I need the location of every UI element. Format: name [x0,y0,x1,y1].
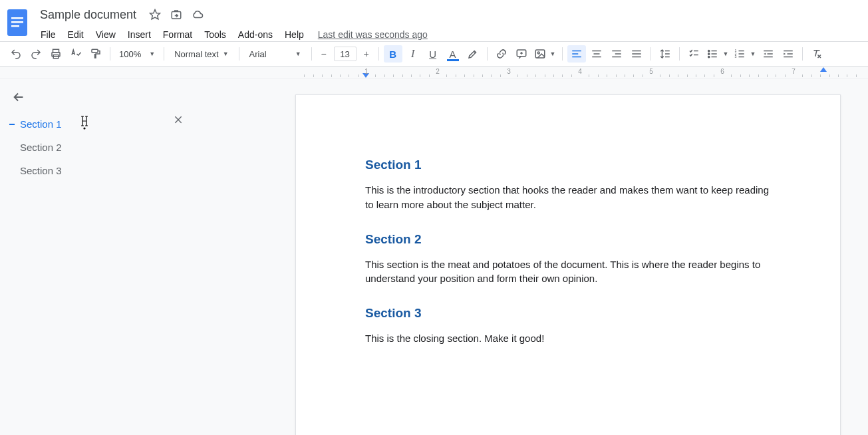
section-heading[interactable]: Section 2 [365,232,771,247]
paragraph-style-dropdown[interactable]: Normal text▼ [169,45,233,63]
section-body[interactable]: This section is the meat and potatoes of… [365,257,771,287]
ruler-tick [464,74,465,77]
style-value: Normal text [174,49,218,59]
increase-indent-button[interactable] [779,45,797,63]
clear-formatting-button[interactable] [807,45,826,63]
align-left-button[interactable] [567,45,586,63]
redo-button[interactable] [27,45,45,63]
font-size-increase[interactable]: + [359,47,374,61]
ruler-tick [678,74,678,77]
bold-button[interactable]: B [384,45,402,63]
font-dropdown[interactable]: Arial▼ [244,45,307,63]
indent-marker-right[interactable] [820,67,827,72]
menu-tools[interactable]: Tools [200,27,231,43]
decrease-indent-button[interactable] [759,45,778,63]
move-icon[interactable] [170,8,183,21]
ruler-tick [500,74,501,77]
print-button[interactable] [47,45,65,63]
undo-button[interactable] [7,45,25,63]
ruler-tick [785,74,786,77]
outline-active-indicator [9,147,15,148]
page[interactable]: Section 1This is the introductory sectio… [295,94,841,435]
bulleted-list-button[interactable]: ▼ [704,45,730,63]
checklist-button[interactable] [684,45,703,63]
ruler-tick [313,74,314,77]
chevron-down-icon: ▼ [149,51,155,57]
separator [239,47,239,61]
ruler-tick [829,74,830,77]
document-title[interactable]: Sample document [36,7,140,23]
ruler-tick [527,74,527,77]
text-color-button[interactable]: A [444,45,462,63]
align-center-button[interactable] [587,45,606,63]
ruler-tick [811,74,812,77]
separator [802,47,803,61]
ruler-tick [474,74,474,77]
separator [487,47,488,61]
outline-item[interactable]: Section 1 [9,116,192,132]
ruler-tick [553,74,554,77]
ruler-tick [802,74,803,77]
outline-item-label: Section 2 [20,142,62,153]
section-heading[interactable]: Section 3 [365,306,771,321]
ruler-tick [429,74,430,77]
align-right-button[interactable] [607,45,626,63]
menu-addons[interactable]: Add-ons [233,27,277,43]
ruler-tick [696,74,696,77]
font-size-control: − + [317,47,374,61]
highlight-button[interactable] [464,45,482,63]
svg-rect-2 [11,21,23,23]
section-heading[interactable]: Section 1 [365,158,771,172]
last-edit-link[interactable]: Last edit was seconds ago [318,27,428,43]
chevron-down-icon: ▼ [750,51,756,57]
outline-item[interactable]: Section 3 [9,162,192,179]
ruler-tick [535,74,536,77]
font-value: Arial [249,49,267,59]
ruler-tick [349,74,349,77]
outline-panel: Section 1Section 2Section 3 [0,78,200,435]
underline-button[interactable]: U [424,45,442,63]
title-bar: Sample document File Edit View Insert Fo… [0,0,868,41]
insert-image-button[interactable]: ▼ [532,45,558,63]
italic-button[interactable]: I [404,45,422,63]
menu-format[interactable]: Format [158,27,197,43]
star-icon[interactable] [148,8,162,21]
ruler-tick [420,74,420,77]
document-canvas[interactable]: Section 1This is the introductory sectio… [200,78,868,435]
font-size-decrease[interactable]: − [317,47,331,61]
ruler-tick [758,74,759,77]
menu-help[interactable]: Help [280,27,309,43]
outline-item-label: Section 1 [20,118,62,130]
section-body[interactable]: This is the closing section. Make it goo… [365,331,771,346]
zoom-value: 100% [119,49,141,59]
add-comment-button[interactable] [512,45,531,63]
font-size-input[interactable] [334,47,357,61]
outline-back-button[interactable] [9,88,28,106]
outline-active-indicator [9,124,15,125]
ruler-tick [571,74,572,77]
ruler-tick [847,74,847,77]
menu-file[interactable]: File [36,27,61,43]
menu-insert[interactable]: Insert [123,27,156,43]
ruler-tick-label: 5 [649,68,653,75]
ruler-tick [545,74,545,77]
menu-edit[interactable]: Edit [63,27,88,43]
align-justify-button[interactable] [627,45,646,63]
numbered-list-button[interactable]: 123▼ [732,45,758,63]
section-body[interactable]: This is the introductory section that ho… [365,183,771,212]
line-spacing-button[interactable] [656,45,674,63]
separator [311,47,312,61]
paint-format-button[interactable] [86,45,105,63]
outline-item[interactable]: Section 2 [9,139,192,156]
ruler-tick [491,74,492,77]
insert-link-button[interactable] [492,45,511,63]
docs-logo[interactable] [5,7,29,39]
ruler-tick [838,74,839,77]
menu-view[interactable]: View [91,27,120,43]
spellcheck-button[interactable] [67,45,85,63]
ruler-tick [731,74,732,77]
cloud-icon[interactable] [191,8,204,21]
zoom-dropdown[interactable]: 100%▼ [115,49,159,59]
ruler-tick-label: 7 [792,68,796,75]
ruler-tick [304,74,305,77]
